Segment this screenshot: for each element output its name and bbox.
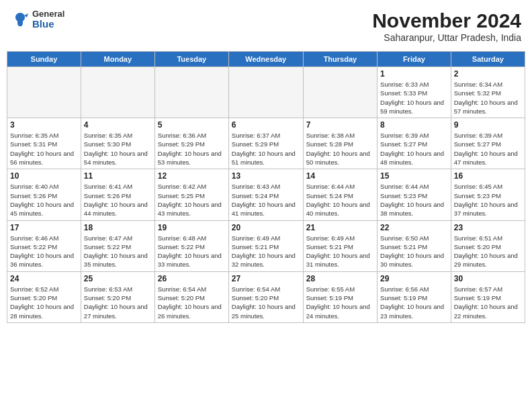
- calendar-cell: 18Sunrise: 6:47 AMSunset: 5:22 PMDayligh…: [81, 220, 154, 271]
- day-number: 12: [158, 171, 226, 181]
- calendar-cell: 11Sunrise: 6:41 AMSunset: 5:26 PMDayligh…: [81, 169, 154, 220]
- svg-rect-0: [17, 24, 23, 25]
- calendar-cell: 26Sunrise: 6:54 AMSunset: 5:20 PMDayligh…: [154, 271, 228, 322]
- calendar-cell: 7Sunrise: 6:38 AMSunset: 5:28 PMDaylight…: [303, 118, 377, 169]
- day-info-line: Sunset: 5:22 PM: [10, 243, 57, 250]
- day-info: Sunrise: 6:49 AMSunset: 5:21 PMDaylight:…: [306, 234, 374, 269]
- day-info-line: Daylight: 10 hours and 47 minutes.: [454, 150, 518, 166]
- day-number: 2: [454, 69, 522, 79]
- day-info: Sunrise: 6:33 AMSunset: 5:33 PMDaylight:…: [380, 80, 448, 116]
- calendar-cell: 20Sunrise: 6:49 AMSunset: 5:21 PMDayligh…: [228, 220, 303, 271]
- day-info-line: Sunset: 5:27 PM: [454, 140, 501, 148]
- day-info-line: Daylight: 10 hours and 30 minutes.: [380, 252, 444, 268]
- day-number: 14: [306, 171, 374, 181]
- logo-blue-text: Blue: [32, 19, 64, 30]
- calendar-cell: 5Sunrise: 6:36 AMSunset: 5:29 PMDaylight…: [154, 118, 228, 169]
- day-info-line: Sunrise: 6:36 AM: [158, 132, 206, 139]
- day-info-line: Sunrise: 6:35 AM: [84, 132, 132, 139]
- day-info-line: Sunset: 5:24 PM: [306, 192, 353, 199]
- day-info-line: Sunrise: 6:55 AM: [306, 285, 355, 293]
- day-number: 29: [380, 274, 448, 283]
- day-info-line: Sunset: 5:29 PM: [232, 140, 279, 148]
- calendar-week-1: 1Sunrise: 6:33 AMSunset: 5:33 PMDaylight…: [7, 67, 525, 118]
- day-number: 6: [232, 120, 300, 130]
- day-info: Sunrise: 6:50 AMSunset: 5:21 PMDaylight:…: [380, 234, 448, 269]
- day-info-line: Daylight: 10 hours and 35 minutes.: [84, 252, 148, 268]
- calendar-cell: 6Sunrise: 6:37 AMSunset: 5:29 PMDaylight…: [228, 118, 303, 169]
- day-info: Sunrise: 6:49 AMSunset: 5:21 PMDaylight:…: [232, 234, 300, 269]
- svg-rect-1: [18, 25, 22, 26]
- day-info-line: Daylight: 10 hours and 48 minutes.: [380, 150, 444, 166]
- weekday-header-wednesday: Wednesday: [228, 52, 303, 67]
- day-info-line: Sunrise: 6:57 AM: [454, 285, 502, 293]
- calendar-week-5: 24Sunrise: 6:52 AMSunset: 5:20 PMDayligh…: [7, 271, 525, 322]
- day-info-line: Daylight: 10 hours and 28 minutes.: [10, 303, 74, 319]
- day-number: 27: [232, 274, 300, 283]
- day-info-line: Sunrise: 6:44 AM: [306, 183, 355, 190]
- day-info-line: Daylight: 10 hours and 51 minutes.: [232, 150, 296, 166]
- weekday-header-sunday: Sunday: [7, 52, 81, 67]
- day-info-line: Sunset: 5:29 PM: [158, 140, 205, 148]
- calendar-cell: 24Sunrise: 6:52 AMSunset: 5:20 PMDayligh…: [7, 271, 81, 322]
- day-number: 5: [158, 120, 226, 130]
- calendar-cell: 1Sunrise: 6:33 AMSunset: 5:33 PMDaylight…: [378, 67, 451, 118]
- weekday-header-saturday: Saturday: [451, 52, 525, 67]
- day-info: Sunrise: 6:55 AMSunset: 5:19 PMDaylight:…: [306, 285, 374, 320]
- day-info-line: Sunrise: 6:40 AM: [10, 183, 58, 190]
- day-number: 24: [10, 274, 78, 283]
- day-info-line: Sunset: 5:32 PM: [454, 89, 501, 97]
- day-info-line: Sunset: 5:20 PM: [84, 294, 131, 302]
- day-info: Sunrise: 6:37 AMSunset: 5:29 PMDaylight:…: [232, 131, 300, 167]
- day-info: Sunrise: 6:52 AMSunset: 5:20 PMDaylight:…: [10, 285, 78, 320]
- calendar-cell: 4Sunrise: 6:35 AMSunset: 5:30 PMDaylight…: [81, 118, 154, 169]
- day-info-line: Daylight: 10 hours and 26 minutes.: [158, 303, 222, 319]
- day-info-line: Sunset: 5:20 PM: [10, 294, 57, 302]
- calendar-week-3: 10Sunrise: 6:40 AMSunset: 5:26 PMDayligh…: [7, 169, 525, 220]
- page-header: General Blue November 2024 Saharanpur, U…: [7, 7, 525, 46]
- day-info-line: Daylight: 10 hours and 29 minutes.: [454, 252, 518, 268]
- day-info-line: Sunrise: 6:33 AM: [380, 81, 429, 88]
- day-number: 25: [84, 274, 152, 283]
- day-number: 19: [158, 223, 226, 232]
- day-info-line: Sunrise: 6:34 AM: [454, 81, 502, 88]
- day-number: 18: [84, 223, 152, 232]
- title-area: November 2024 Saharanpur, Uttar Pradesh,…: [372, 9, 521, 43]
- day-info-line: Daylight: 10 hours and 44 minutes.: [84, 201, 148, 217]
- day-info: Sunrise: 6:53 AMSunset: 5:20 PMDaylight:…: [84, 285, 152, 320]
- day-info-line: Sunset: 5:20 PM: [232, 294, 279, 302]
- day-info: Sunrise: 6:51 AMSunset: 5:20 PMDaylight:…: [454, 234, 522, 269]
- calendar-cell: 25Sunrise: 6:53 AMSunset: 5:20 PMDayligh…: [81, 271, 154, 322]
- day-info-line: Sunset: 5:20 PM: [158, 294, 205, 302]
- day-info: Sunrise: 6:35 AMSunset: 5:31 PMDaylight:…: [10, 131, 78, 167]
- day-info-line: Sunrise: 6:45 AM: [454, 183, 502, 190]
- day-info: Sunrise: 6:44 AMSunset: 5:24 PMDaylight:…: [306, 182, 374, 218]
- day-info-line: Sunrise: 6:42 AM: [158, 183, 206, 190]
- day-info-line: Daylight: 10 hours and 24 minutes.: [306, 303, 370, 319]
- day-info-line: Daylight: 10 hours and 45 minutes.: [10, 201, 74, 217]
- day-info-line: Daylight: 10 hours and 22 minutes.: [454, 303, 518, 319]
- day-info-line: Sunset: 5:31 PM: [10, 140, 57, 148]
- day-info: Sunrise: 6:40 AMSunset: 5:26 PMDaylight:…: [10, 182, 78, 218]
- day-info: Sunrise: 6:57 AMSunset: 5:19 PMDaylight:…: [454, 285, 522, 320]
- day-info-line: Sunset: 5:27 PM: [380, 140, 427, 148]
- calendar-cell: 10Sunrise: 6:40 AMSunset: 5:26 PMDayligh…: [7, 169, 81, 220]
- day-info-line: Daylight: 10 hours and 53 minutes.: [158, 150, 222, 166]
- day-info-line: Sunrise: 6:49 AM: [306, 234, 355, 242]
- calendar-cell: 29Sunrise: 6:56 AMSunset: 5:19 PMDayligh…: [378, 271, 451, 322]
- day-number: 3: [10, 120, 78, 130]
- day-info-line: Sunset: 5:30 PM: [84, 140, 131, 148]
- day-info-line: Sunrise: 6:44 AM: [380, 183, 429, 190]
- day-info: Sunrise: 6:39 AMSunset: 5:27 PMDaylight:…: [454, 131, 522, 167]
- day-info-line: Daylight: 10 hours and 25 minutes.: [232, 303, 296, 319]
- day-info: Sunrise: 6:56 AMSunset: 5:19 PMDaylight:…: [380, 285, 448, 320]
- day-number: 20: [232, 223, 300, 232]
- day-info: Sunrise: 6:38 AMSunset: 5:28 PMDaylight:…: [306, 131, 374, 167]
- day-number: 23: [454, 223, 522, 232]
- day-info-line: Sunrise: 6:37 AM: [232, 132, 280, 139]
- day-info-line: Sunrise: 6:39 AM: [380, 132, 429, 139]
- day-number: 4: [84, 120, 152, 130]
- calendar-cell: [154, 67, 228, 118]
- calendar-cell: 15Sunrise: 6:44 AMSunset: 5:23 PMDayligh…: [378, 169, 451, 220]
- day-number: 1: [380, 69, 448, 79]
- calendar-cell: 17Sunrise: 6:46 AMSunset: 5:22 PMDayligh…: [7, 220, 81, 271]
